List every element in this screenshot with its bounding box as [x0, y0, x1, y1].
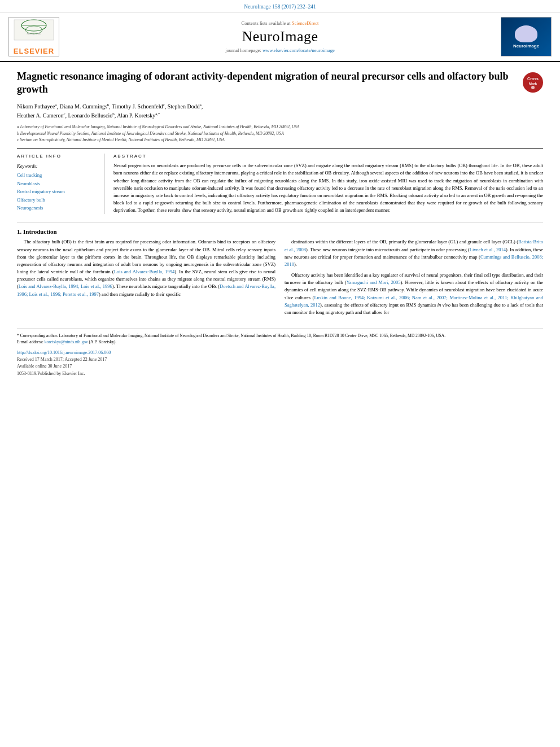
elsevier-logo-box: SINCE 1880 ELSEVIER	[6, 17, 62, 56]
journal-homepage: journal homepage: www.elsevier.com/locat…	[225, 47, 334, 53]
footnote-star: * Corresponding author.	[17, 333, 58, 338]
email-label: E-mail address:	[17, 339, 43, 344]
contents-line: Contents lists available at ScienceDirec…	[242, 20, 319, 26]
footnote-corresponding: * Corresponding author. Laboratory of Fu…	[17, 333, 543, 339]
article-title: Magnetic resonance imaging of odorant ac…	[17, 70, 517, 97]
neuroimage-logo-box: NeuroImage	[498, 17, 554, 56]
crossmark-icon: Cross Mark	[523, 72, 543, 93]
svg-text:Mark: Mark	[529, 82, 537, 85]
neuroimage-logo: NeuroImage	[501, 17, 552, 56]
ref-luskin[interactable]: Luskin and Boone, 1994; Koizumi et al., …	[285, 295, 543, 308]
page: NeuroImage 158 (2017) 232–241 SINCE 1880…	[0, 0, 560, 747]
author-dodd: Stephen Dodda,	[168, 103, 203, 110]
keyword-neuroblasts[interactable]: Neuroblasts	[17, 180, 97, 187]
doi-link[interactable]: http://dx.doi.org/10.1016/j.neuroimage.2…	[17, 350, 543, 355]
svg-rect-0	[14, 20, 54, 40]
article-info-title: ARTICLE INFO	[17, 154, 97, 159]
elsevier-svg: SINCE 1880	[11, 19, 56, 47]
affil-c: c Section on Neuroplasticity, National I…	[17, 137, 543, 143]
intro-body-cols: The olfactory bulb (OB) is the first bra…	[17, 238, 543, 320]
intro-section: 1. Introduction The olfactory bulb (OB) …	[17, 228, 543, 320]
issn-text: 1053-8119/Published by Elsevier Inc.	[17, 370, 543, 378]
elsevier-brand-text: ELSEVIER	[14, 47, 54, 55]
ref-livneh[interactable]: Livneh et al., 2014	[470, 247, 506, 252]
ref-lois-1994[interactable]: Lois and Alvarez-Buylla, 1994	[114, 269, 175, 274]
author-schoenfeld: Timothy J. Schoenfeldc,	[112, 103, 168, 110]
keywords-label: Keywords:	[17, 163, 97, 169]
sciencedirect-link[interactable]: ScienceDirect	[292, 20, 319, 26]
keyword-olfactory-bulb[interactable]: Olfactory bulb	[17, 196, 97, 204]
brain-graphic	[515, 25, 537, 42]
svg-text:Cross: Cross	[527, 77, 539, 81]
abstract-col: ABSTRACT Neural progenitors or neuroblas…	[113, 154, 543, 214]
main-content: Magnetic resonance imaging of odorant ac…	[0, 62, 560, 383]
article-info-col: ARTICLE INFO Keywords: Cell tracking Neu…	[17, 154, 104, 214]
received-text: Received 17 March 2017; Accepted 22 June…	[17, 356, 543, 364]
journal-header-center: Contents lists available at ScienceDirec…	[68, 17, 492, 56]
intro-title: 1. Introduction	[17, 228, 543, 235]
email-link[interactable]: koretskya@ninds.nih.gov	[45, 339, 88, 344]
crossmark-badge: Cross Mark	[523, 72, 543, 93]
bottom-meta: http://dx.doi.org/10.1016/j.neuroimage.2…	[17, 350, 543, 378]
keyword-rms[interactable]: Rostral migratory stream	[17, 187, 97, 195]
footnote-email-line: E-mail address: koretskya@ninds.nih.gov …	[17, 339, 543, 345]
keyword-cell-tracking[interactable]: Cell tracking	[17, 171, 97, 179]
neuroimage-logo-text: NeuroImage	[513, 43, 539, 49]
author-pothayee: Nikorn Pothayeea,	[17, 103, 60, 110]
journal-ref-link[interactable]: NeuroImage 158 (2017) 232–241	[244, 4, 316, 10]
homepage-url[interactable]: www.elsevier.com/locate/neuroimage	[262, 47, 335, 53]
divider-1	[17, 148, 543, 149]
affil-a: a Laboratory of Functional and Molecular…	[17, 124, 543, 130]
authors-section: Nikorn Pothayeea, Diana M. Cummingsb, Ti…	[17, 102, 543, 121]
ref-yamaguchi[interactable]: Yamaguchi and Mori, 2005	[347, 279, 401, 285]
footnote-address: Laboratory of Functional and Molecular I…	[59, 333, 445, 338]
available-text: Available online 30 June 2017	[17, 363, 543, 370]
section-divider	[17, 222, 543, 222]
author-koretsky: Alan P. Koretskya,*	[117, 112, 160, 119]
ref-lois-1994b[interactable]: Lois and Alvarez-Buylla, 1994; Lois et a…	[19, 283, 112, 289]
author-cameron: Heather A. Cameronc,	[17, 112, 68, 119]
journal-title: NeuroImage	[242, 28, 318, 45]
affiliations-section: a Laboratory of Functional and Molecular…	[17, 124, 543, 143]
svg-point-8	[531, 86, 535, 89]
affil-b: b Developmental Neural Plasticity Sectio…	[17, 130, 543, 137]
elsevier-image: SINCE 1880 ELSEVIER	[8, 17, 59, 56]
svg-text:SINCE 1880: SINCE 1880	[27, 32, 41, 35]
keywords-list: Cell tracking Neuroblasts Rostral migrat…	[17, 171, 97, 212]
abstract-title: ABSTRACT	[113, 154, 543, 159]
intro-para1-right: destinations within the different layers…	[285, 238, 543, 316]
article-title-section: Magnetic resonance imaging of odorant ac…	[17, 70, 543, 97]
ref-cummings[interactable]: Cummings and Belluscio, 2008; 2010	[285, 254, 543, 267]
top-bar: NeuroImage 158 (2017) 232–241	[0, 0, 560, 12]
intro-right-col: destinations within the different layers…	[285, 238, 543, 320]
email-person: (A.P. Koretsky).	[89, 339, 117, 344]
abstract-text: Neural progenitors or neuroblasts are pr…	[113, 162, 543, 214]
author-belluscio: Leonardo Bellusciob,	[68, 112, 117, 119]
author-cummings: Diana M. Cummingsb,	[60, 103, 112, 110]
keyword-neurogenesis[interactable]: Neurogenesis	[17, 204, 97, 212]
intro-left-col: The olfactory bulb (OB) is the first bra…	[17, 238, 275, 320]
contents-label: Contents lists available at	[242, 20, 291, 26]
journal-header: SINCE 1880 ELSEVIER Contents lists avail…	[0, 12, 560, 62]
homepage-label: journal homepage:	[225, 47, 261, 53]
article-info-abstract: ARTICLE INFO Keywords: Cell tracking Neu…	[17, 154, 543, 214]
footnote-section: * Corresponding author. Laboratory of Fu…	[17, 329, 543, 346]
intro-para1: The olfactory bulb (OB) is the first bra…	[17, 238, 275, 298]
